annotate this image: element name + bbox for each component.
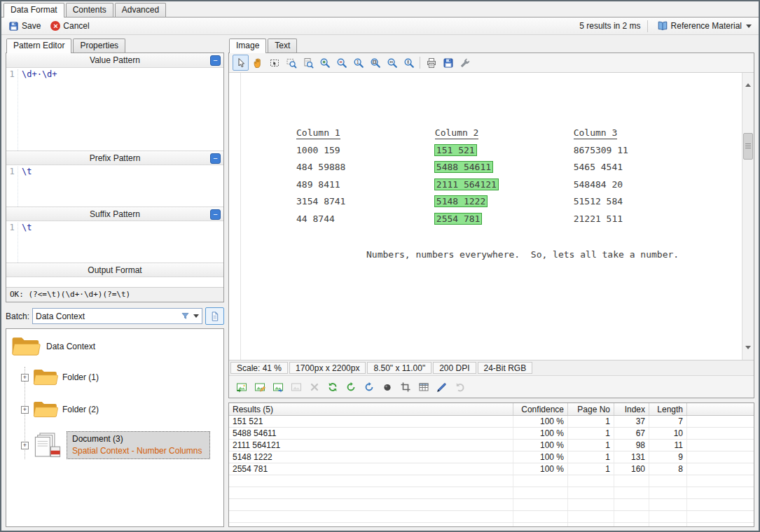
save-image-button[interactable]: [440, 55, 456, 71]
image-export-button[interactable]: [270, 379, 286, 395]
collapse-button[interactable]: [210, 153, 221, 164]
marquee-select-button[interactable]: [266, 55, 282, 71]
despeckle-button[interactable]: [379, 379, 395, 395]
copy-table-button[interactable]: [415, 379, 431, 395]
scrollbar-thumb[interactable]: [743, 133, 753, 160]
match-highlight[interactable]: 2554 781: [435, 214, 482, 224]
match-highlight[interactable]: 5488 54611: [435, 162, 492, 172]
match-highlight[interactable]: 2111 564121: [435, 179, 498, 190]
result-page-no: 1: [568, 440, 614, 451]
result-index: 160: [614, 463, 649, 475]
line-number: 1: [6, 167, 18, 206]
table-icon: [418, 382, 429, 393]
zoom-fit-button[interactable]: [367, 55, 383, 71]
print-button[interactable]: [423, 55, 439, 71]
rotate-button[interactable]: [343, 379, 359, 395]
vertical-scrollbar[interactable]: [742, 73, 754, 360]
suffix-pattern-title: Suffix Pattern: [90, 209, 140, 219]
doc-column-header: Column 1: [296, 127, 340, 139]
status-pixel-size: 1700px x 2200px: [289, 362, 366, 374]
tab-properties[interactable]: Properties: [73, 38, 125, 52]
tab-text[interactable]: Text: [268, 38, 297, 52]
result-length: 9: [649, 451, 687, 463]
collapse-button[interactable]: [210, 209, 221, 220]
expand-icon[interactable]: [21, 442, 29, 449]
zoom-region-button[interactable]: [283, 55, 299, 71]
prefix-pattern-editor[interactable]: 1 \t: [6, 165, 223, 206]
value-pattern-title: Value Pattern: [90, 55, 140, 65]
delete-button: [306, 379, 322, 395]
cancel-button[interactable]: Cancel: [48, 20, 92, 32]
results-row[interactable]: 2554 781 100 % 1 160 8: [229, 463, 754, 475]
image-edit-button[interactable]: [251, 379, 268, 395]
zoom-actual-size-button[interactable]: 1: [350, 55, 366, 71]
tab-pattern-editor[interactable]: Pattern Editor: [6, 38, 71, 53]
zoom-fit-height-button[interactable]: [401, 55, 417, 71]
match-highlight[interactable]: 151 521: [435, 145, 476, 155]
column-header-confidence[interactable]: Confidence: [513, 403, 568, 415]
tab-data-format[interactable]: Data Format: [4, 3, 64, 18]
tree-item-folder-2[interactable]: Folder (2): [21, 399, 219, 420]
zoom-out-button[interactable]: [333, 55, 350, 71]
column-header-filler: [687, 403, 754, 415]
reference-material-button[interactable]: Reference Material: [654, 19, 754, 33]
tree-item-folder-1[interactable]: Folder (1): [21, 367, 219, 388]
tab-image[interactable]: Image: [229, 38, 266, 53]
scroll-down-button[interactable]: [742, 349, 754, 360]
result-confidence: 100 %: [513, 416, 568, 427]
app-window: Data Format Contents Advanced Save Cance…: [0, 0, 760, 532]
expand-icon[interactable]: [21, 374, 29, 382]
doc-cell: 484 59888: [296, 162, 429, 172]
filter-funnel-icon: [181, 312, 190, 321]
tab-advanced[interactable]: Advanced: [115, 3, 166, 17]
save-icon: [8, 21, 19, 31]
viewer-toolbar: 1: [229, 53, 754, 73]
tree-item-label: Data Context: [46, 342, 95, 351]
column-header-page-no[interactable]: Page No: [568, 403, 614, 415]
result-length: 8: [649, 463, 687, 475]
results-header-row: Results (5) Confidence Page No Index Len…: [229, 403, 754, 416]
toolbar-separator: [647, 20, 648, 32]
results-row[interactable]: 5148 1222 100 % 1 131 9: [229, 451, 754, 463]
value-pattern-code: \d+·\d+: [22, 69, 57, 150]
zoom-selection-button[interactable]: [300, 55, 316, 71]
image-tools-button[interactable]: [457, 55, 473, 71]
tree-item-data-context[interactable]: Data Context: [11, 335, 219, 358]
zoom-in-button[interactable]: [317, 55, 333, 71]
pan-hand-button[interactable]: [249, 55, 265, 71]
value-pattern-editor[interactable]: 1 \d+·\d+: [6, 68, 223, 150]
results-row[interactable]: 5488 54611 100 % 1 67 10: [229, 428, 754, 440]
redact-button[interactable]: [434, 379, 450, 395]
zoom-fit-width-button[interactable]: [384, 55, 400, 71]
reload-icon: [364, 382, 375, 393]
expand-icon[interactable]: [21, 406, 29, 414]
match-highlight[interactable]: 5148 1222: [435, 196, 487, 206]
scroll-up-button[interactable]: [742, 73, 754, 84]
tab-contents[interactable]: Contents: [66, 3, 113, 17]
tree-item-document-3[interactable]: Document (3) Spatial Context - Number Co…: [21, 431, 219, 459]
batch-tree: Data Context Folder (1): [6, 328, 224, 527]
crop-button[interactable]: [397, 379, 413, 395]
pattern-status: OK: (?<=\t)(\d+·\d+)(?=\t): [6, 287, 223, 302]
save-button[interactable]: Save: [6, 20, 43, 33]
column-header-length[interactable]: Length: [649, 403, 687, 415]
pointer-button[interactable]: [233, 55, 249, 71]
result-index: 131: [614, 451, 649, 463]
batch-document-button[interactable]: [205, 307, 224, 325]
results-row[interactable]: 2111 564121 100 % 1 98 11: [229, 440, 754, 451]
image-import-button[interactable]: [233, 379, 249, 395]
output-format-editor[interactable]: [6, 277, 223, 287]
image-disabled-icon: [291, 382, 302, 393]
image-viewport[interactable]: Column 1 Column 2 Column 3 1000 159 151 …: [229, 73, 754, 360]
doc-column-header: Column 3: [574, 127, 618, 139]
reference-material-label: Reference Material: [671, 21, 742, 31]
batch-combobox[interactable]: Data Context: [32, 308, 202, 324]
suffix-pattern-editor[interactable]: 1 \t: [6, 221, 223, 262]
doc-row: 3154 8741 5148 1222 51512 584: [296, 196, 707, 214]
results-title[interactable]: Results (5): [229, 403, 513, 415]
reload-button[interactable]: [361, 379, 377, 395]
column-header-index[interactable]: Index: [614, 403, 649, 415]
collapse-button[interactable]: [210, 55, 221, 66]
refresh-button[interactable]: [324, 379, 340, 395]
results-row[interactable]: 151 521 100 % 1 37 7: [229, 416, 754, 428]
